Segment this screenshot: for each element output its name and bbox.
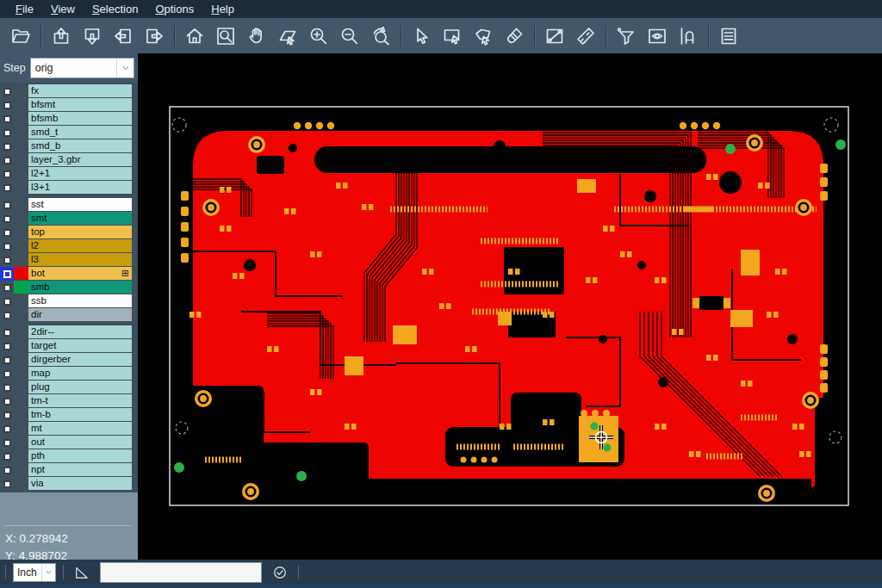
layer-row-smb[interactable]: smb [0,281,138,294]
layer-row-plug[interactable]: plug [0,381,138,394]
layer-checkbox[interactable] [0,198,14,212]
layer-checkbox[interactable] [0,339,14,353]
checkbox[interactable] [3,329,11,337]
layer-name[interactable]: mt [28,422,132,435]
layer-name[interactable]: pth [28,449,132,462]
layer-checkbox[interactable] [0,422,14,436]
command-input[interactable] [100,562,262,583]
checkbox[interactable] [3,115,11,123]
layer-row-l3+1[interactable]: l3+1 [0,181,138,195]
checkbox[interactable] [3,243,11,251]
layer-checkbox[interactable] [0,212,14,226]
layer-checkbox[interactable] [0,181,14,195]
layer-checkbox[interactable] [0,139,14,153]
layer-name[interactable]: dirgerber [28,353,132,366]
layer-checkbox[interactable] [0,463,14,477]
layer-row-npt[interactable]: npt [0,463,138,477]
layer-name[interactable]: top [28,226,132,238]
ruler-button[interactable] [570,22,601,51]
layer-name[interactable]: tm-b [28,408,132,421]
zoom-in-button[interactable] [303,22,334,51]
layer-name[interactable]: npt [28,463,132,476]
layer-checkbox[interactable] [0,449,14,463]
layer-name[interactable]: bot⊞ [28,267,132,280]
layer-name[interactable]: smd_t [28,126,132,139]
checkbox[interactable] [3,439,11,447]
checkbox[interactable] [3,312,11,319]
chevron-down-icon[interactable] [116,59,134,77]
checkbox[interactable] [3,201,11,209]
open-button[interactable] [5,22,36,51]
checkbox[interactable] [3,453,11,461]
menu-selection[interactable]: Selection [84,0,146,18]
layer-row-via[interactable]: via [0,477,138,491]
layer-row-bfsmt[interactable]: bfsmt [0,98,138,112]
layer-checkbox[interactable] [0,126,14,139]
layer-row-out[interactable]: out [0,436,138,449]
zoom-out-button[interactable] [334,22,365,51]
checkbox[interactable] [3,384,11,392]
select-poly-button[interactable] [468,22,499,51]
home-button[interactable] [179,22,210,51]
zoom-area-button[interactable] [272,22,303,51]
layer-checkbox[interactable] [0,84,14,98]
layer-checkbox[interactable] [0,226,14,239]
checkbox[interactable] [3,143,11,151]
layer-row-pth[interactable]: pth [0,449,138,463]
checkbox[interactable] [3,88,11,96]
layer-row-smd_b[interactable]: smd_b [0,139,138,153]
apply-icon[interactable] [269,562,291,583]
layer-name[interactable]: smb [28,281,132,294]
checkbox[interactable] [3,425,11,433]
layer-name[interactable]: sst [28,198,132,211]
angle-icon[interactable] [71,562,93,583]
layer-name[interactable]: bfsmt [28,98,132,111]
brush-button[interactable] [499,22,530,51]
layer-name[interactable]: layer_3.gbr [28,153,132,166]
layer-checkbox[interactable] [0,394,14,408]
checkbox[interactable] [3,270,11,278]
pan-hand-button[interactable] [241,22,272,51]
layer-name[interactable]: l2+1 [28,167,132,180]
layer-row-bot[interactable]: bot⊞ [0,267,138,281]
checkbox[interactable] [3,184,11,192]
snap-magnet-button[interactable] [673,22,704,51]
layer-checkbox[interactable] [0,436,14,449]
units-dropdown[interactable]: Inch [13,563,56,582]
checkbox[interactable] [3,157,11,164]
layer-row-map[interactable]: map [0,367,138,381]
layer-row-layer_3.gbr[interactable]: layer_3.gbr [0,153,138,167]
layer-name[interactable]: bfsmb [28,112,132,125]
layer-checkbox[interactable] [0,477,14,491]
layer-checkbox[interactable] [0,353,14,367]
layer-name[interactable]: fx [28,84,132,97]
layer-checkbox[interactable] [0,308,14,322]
layer-row-l2[interactable]: l2 [0,239,138,253]
import-down-button[interactable] [77,22,108,51]
layer-row-dir[interactable]: dir [0,308,138,322]
layer-name[interactable]: smt [28,212,132,225]
checkbox[interactable] [3,257,11,264]
layer-row-dirgerber[interactable]: dirgerber [0,353,138,367]
layer-name[interactable]: smd_b [28,139,132,152]
step-dropdown[interactable]: orig [30,58,134,78]
layer-row-ssb[interactable]: ssb [0,294,138,308]
checkbox[interactable] [3,298,11,306]
select-cursor-button[interactable] [406,22,437,51]
chevron-down-icon[interactable] [41,564,55,581]
layer-row-sst[interactable]: sst [0,198,138,212]
checkbox[interactable] [3,480,11,488]
layer-checkbox[interactable] [0,239,14,253]
layer-checkbox[interactable] [0,112,14,126]
layer-name[interactable]: map [28,367,132,380]
layer-row-top[interactable]: top [0,226,138,239]
layer-checkbox[interactable] [0,294,14,308]
filter-button[interactable] [611,22,642,51]
layer-checkbox[interactable] [0,167,14,181]
checkbox[interactable] [3,284,11,292]
layer-name[interactable]: plug [28,381,132,393]
import-left-button[interactable] [108,22,139,51]
layer-name[interactable]: 2dir-- [28,325,132,338]
layer-name[interactable]: target [28,339,132,352]
layer-name[interactable]: out [28,436,132,449]
